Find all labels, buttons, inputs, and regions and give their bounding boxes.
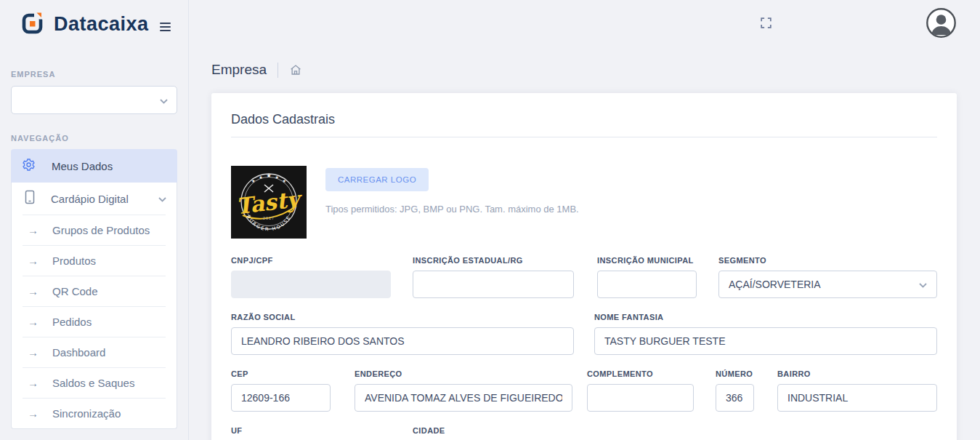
svg-text:★: ★	[283, 179, 286, 183]
logo-upload-section: ★ ★ ★ ★ ★ Tasty 2017 BURGER HOUSE	[231, 166, 937, 239]
company-logo-image[interactable]: ★ ★ ★ ★ ★ Tasty 2017 BURGER HOUSE	[231, 166, 307, 239]
title-divider	[231, 137, 937, 137]
company-select[interactable]	[11, 86, 177, 114]
home-icon	[289, 63, 302, 76]
avatar-button[interactable]	[926, 8, 956, 41]
inscricao-estadual-input[interactable]	[413, 271, 574, 298]
bairro-field: BAIRRO	[777, 369, 937, 412]
svg-text:★: ★	[266, 172, 271, 179]
arrow-right-icon: →	[28, 377, 39, 389]
chevron-down-icon	[919, 279, 927, 290]
endereco-field: ENDEREÇO	[355, 369, 572, 412]
sidebar-item-meus-dados[interactable]: Meus Dados	[11, 149, 177, 183]
inscricao-estadual-field: INSCRIÇÃO ESTADUAL/RG	[413, 256, 574, 298]
razao-social-label: RAZÃO SOCIAL	[231, 313, 574, 322]
sidebar-group-label: Cardápio Digital	[51, 193, 129, 205]
chevron-down-icon	[158, 192, 166, 205]
razao-social-field: RAZÃO SOCIAL	[231, 313, 574, 355]
sidebar-item-label: Meus Dados	[52, 160, 113, 172]
svg-text:★: ★	[275, 175, 278, 180]
home-link[interactable]	[289, 63, 302, 76]
numero-input[interactable]	[716, 384, 754, 412]
complemento-input[interactable]	[587, 384, 694, 412]
page-title: Dados Cadastrais	[231, 112, 937, 127]
razao-social-input[interactable]	[231, 327, 574, 355]
form-row-1: CNPJ/CPF INSCRIÇÃO ESTADUAL/RG INSCRIÇÃO…	[231, 256, 937, 298]
arrow-right-icon: →	[28, 255, 39, 267]
breadcrumb-title: Empresa	[211, 62, 267, 78]
cidade-label: CIDADE	[413, 426, 756, 436]
arrow-right-icon: →	[28, 285, 39, 297]
complemento-field: COMPLEMENTO	[587, 369, 694, 412]
cnpj-field: CNPJ/CPF	[231, 256, 391, 298]
form-row-3: CEP ENDEREÇO COMPLEMENTO NÚMERO	[231, 369, 937, 412]
svg-text:★: ★	[251, 179, 255, 183]
cnpj-input	[231, 271, 391, 298]
bairro-input[interactable]	[777, 384, 937, 412]
sidebar-subitem-pedidos[interactable]: → Pedidos	[12, 306, 177, 337]
nome-fantasia-input[interactable]	[594, 327, 937, 355]
nome-fantasia-field: NOME FANTASIA	[594, 313, 937, 355]
company-form: CNPJ/CPF INSCRIÇÃO ESTADUAL/RG INSCRIÇÃO…	[231, 256, 937, 440]
sidebar-group-cardapio-digital[interactable]: Cardápio Digital	[12, 183, 177, 215]
segmento-select-value: AÇAÍ/SORVETERIA	[729, 279, 821, 290]
breadcrumb: Empresa	[211, 62, 302, 78]
logo-upload-controls: CARREGAR LOGO Tipos permitidos: JPG, BMP…	[325, 166, 579, 239]
inscricao-municipal-input[interactable]	[597, 271, 697, 298]
uf-field: UF	[231, 426, 391, 440]
content-card: Dados Cadastrais ★ ★ ★ ★ ★ T	[211, 93, 957, 440]
numero-field: NÚMERO	[716, 369, 754, 412]
smartphone-icon	[24, 190, 36, 207]
sidebar-subitem-produtos[interactable]: → Produtos	[12, 245, 177, 276]
app-root: Datacaixa EMPRESA NAVEGAÇÃO Meus Dados	[0, 0, 980, 440]
sidebar-nav-card: Cardápio Digital → Grupos de Produtos → …	[11, 183, 177, 429]
cidade-field: CIDADE	[413, 426, 756, 440]
sidebar-subitem-sincronizacao[interactable]: → Sincronização	[12, 398, 177, 428]
inscricao-municipal-label: INSCRIÇÃO MUNICIPAL	[597, 256, 697, 265]
inscricao-municipal-field: INSCRIÇÃO MUNICIPAL	[597, 256, 697, 298]
endereco-label: ENDEREÇO	[355, 369, 572, 379]
sidebar-subitem-grupos-de-produtos[interactable]: → Grupos de Produtos	[12, 215, 177, 245]
cep-field: CEP	[231, 369, 331, 412]
brand-name: Datacaixa	[54, 13, 149, 36]
menu-toggle-button[interactable]	[160, 21, 173, 33]
gear-icon	[22, 158, 36, 175]
upload-logo-button[interactable]: CARREGAR LOGO	[325, 168, 429, 191]
bairro-label: BAIRRO	[777, 369, 937, 379]
segmento-select[interactable]: AÇAÍ/SORVETERIA	[718, 271, 937, 298]
arrow-right-icon: →	[28, 346, 39, 359]
form-row-4: UF CIDADE	[231, 426, 937, 440]
breadcrumb-divider	[278, 63, 278, 78]
sidebar: Datacaixa EMPRESA NAVEGAÇÃO Meus Dados	[0, 0, 189, 440]
company-section-label: EMPRESA	[11, 70, 55, 79]
brand-logo-icon	[22, 12, 44, 37]
uf-label: UF	[231, 426, 391, 436]
svg-text:2017: 2017	[263, 216, 275, 220]
upload-hint-text: Tipos permitidos: JPG, BMP ou PNG. Tam. …	[325, 204, 579, 215]
navigation-section-label: NAVEGAÇÃO	[11, 134, 69, 143]
user-avatar-icon	[926, 28, 956, 40]
segmento-label: SEGMENTO	[718, 256, 937, 265]
nome-fantasia-label: NOME FANTASIA	[594, 313, 937, 322]
inscricao-estadual-label: INSCRIÇÃO ESTADUAL/RG	[413, 256, 574, 265]
main-area: Empresa Dados Cadastrais ★ ★	[190, 0, 980, 440]
svg-text:★: ★	[259, 175, 262, 180]
sidebar-subitem-qr-code[interactable]: → QR Code	[12, 276, 177, 306]
hamburger-icon	[160, 23, 171, 24]
sidebar-subitem-saldos-e-saques[interactable]: → Saldos e Saques	[12, 367, 177, 398]
form-row-2: RAZÃO SOCIAL NOME FANTASIA	[231, 313, 937, 355]
cnpj-label: CNPJ/CPF	[231, 256, 391, 265]
fullscreen-button[interactable]	[759, 16, 773, 33]
arrow-right-icon: →	[28, 316, 39, 328]
endereco-input[interactable]	[355, 384, 572, 412]
sidebar-subitem-dashboard[interactable]: → Dashboard	[12, 337, 177, 367]
arrow-right-icon: →	[28, 224, 39, 236]
cep-input[interactable]	[231, 384, 331, 412]
arrow-right-icon: →	[28, 407, 39, 420]
fullscreen-icon	[759, 20, 773, 32]
chevron-down-icon	[160, 94, 168, 107]
numero-label: NÚMERO	[716, 369, 754, 379]
complemento-label: COMPLEMENTO	[587, 369, 694, 379]
brand: Datacaixa	[22, 12, 149, 37]
cep-label: CEP	[231, 369, 331, 379]
